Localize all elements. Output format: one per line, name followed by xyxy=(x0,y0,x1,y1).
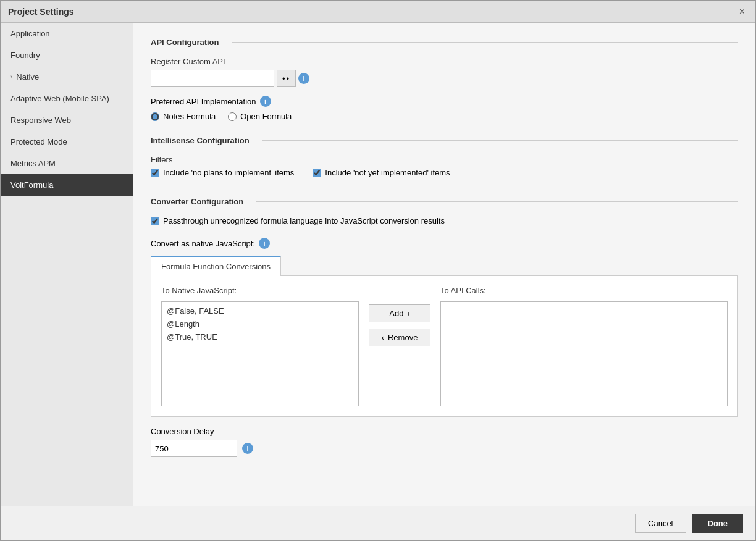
sidebar-item-foundry[interactable]: Foundry xyxy=(1,44,133,66)
api-calls-section: To API Calls: xyxy=(440,286,728,406)
add-button[interactable]: Add › xyxy=(369,304,430,322)
project-settings-dialog: Project Settings × Application Foundry ›… xyxy=(0,0,756,541)
sidebar-item-application[interactable]: Application xyxy=(1,23,133,44)
divider-line xyxy=(232,42,739,43)
tab-formula-function-conversions[interactable]: Formula Function Conversions xyxy=(151,256,281,276)
passthrough-label: Passthrough unrecognized formula languag… xyxy=(163,216,445,225)
dialog-title: Project Settings xyxy=(8,7,74,17)
remove-button[interactable]: ‹ Remove xyxy=(369,329,430,346)
sidebar-item-responsive-web[interactable]: Responsive Web xyxy=(1,109,133,131)
divider-line-3 xyxy=(256,201,738,202)
conversion-panel: To Native JavaScript: @False, FALSE @Len… xyxy=(161,286,728,406)
preferred-api-row: Preferred API Implementation i Notes For… xyxy=(151,96,738,121)
convert-as-label: Convert as native JavaScript: xyxy=(151,239,255,248)
sidebar: Application Foundry › Native Adaptive We… xyxy=(1,23,133,506)
sidebar-item-metrics-apm[interactable]: Metrics APM xyxy=(1,153,133,174)
tab-label: Formula Function Conversions xyxy=(161,262,271,271)
api-config-divider: API Configuration xyxy=(151,38,738,47)
dialog-body: Application Foundry › Native Adaptive We… xyxy=(1,23,755,506)
radio-open-formula[interactable]: Open Formula xyxy=(228,112,292,121)
preferred-api-label: Preferred API Implementation xyxy=(151,97,256,106)
radio-notes-formula[interactable]: Notes Formula xyxy=(151,112,216,121)
add-label: Add xyxy=(389,309,403,318)
intellisense-config-title: Intellisense Configuration xyxy=(151,136,256,145)
dialog-titlebar: Project Settings × xyxy=(1,1,755,23)
main-content: API Configuration Register Custom API ••… xyxy=(133,23,755,506)
convert-as-row: Convert as native JavaScript: i xyxy=(151,238,738,249)
cancel-button[interactable]: Cancel xyxy=(635,514,686,533)
intellisense-checkboxes: Include 'no plans to implement' items In… xyxy=(151,168,738,182)
register-custom-api-label: Register Custom API xyxy=(151,57,738,66)
divider-line-2 xyxy=(262,140,738,141)
conversion-delay-info-icon[interactable]: i xyxy=(242,443,253,454)
api-calls-list[interactable] xyxy=(440,301,728,406)
native-js-list[interactable]: @False, FALSE @Length @True, TRUE xyxy=(161,301,359,406)
sidebar-item-label: Application xyxy=(10,29,50,38)
api-config-title: API Configuration xyxy=(151,38,225,47)
converter-configuration-section: Converter Configuration Passthrough unre… xyxy=(151,197,738,457)
converter-divider: Converter Configuration xyxy=(151,197,738,206)
api-configuration-section: API Configuration Register Custom API ••… xyxy=(151,38,738,121)
passthrough-checkbox-label[interactable]: Passthrough unrecognized formula languag… xyxy=(151,216,445,225)
dialog-footer: Cancel Done xyxy=(1,506,755,540)
arrow-left-icon: ‹ xyxy=(382,333,384,342)
checkbox-not-yet-input[interactable] xyxy=(313,169,321,177)
radio-open-formula-input[interactable] xyxy=(228,112,237,121)
done-button[interactable]: Done xyxy=(692,514,744,533)
preferred-api-info-icon[interactable]: i xyxy=(260,96,271,107)
sidebar-item-protected-mode[interactable]: Protected Mode xyxy=(1,131,133,153)
radio-notes-formula-label: Notes Formula xyxy=(163,112,216,121)
checkbox-no-plans[interactable]: Include 'no plans to implement' items xyxy=(151,168,294,177)
sidebar-item-label: Protected Mode xyxy=(10,137,67,146)
intellisense-divider: Intellisense Configuration xyxy=(151,136,738,145)
conversion-buttons: Add › ‹ Remove xyxy=(369,286,430,346)
sidebar-item-adaptive-web[interactable]: Adaptive Web (Mobile SPA) xyxy=(1,88,133,109)
close-button[interactable]: × xyxy=(736,6,748,18)
api-calls-label: To API Calls: xyxy=(440,286,728,295)
sidebar-item-voltformula[interactable]: VoltFormula xyxy=(1,174,133,196)
remove-label: Remove xyxy=(388,333,418,342)
arrow-right-icon: › xyxy=(407,309,410,318)
chevron-right-icon: › xyxy=(10,73,12,80)
checkbox-no-plans-input[interactable] xyxy=(151,169,159,177)
passthrough-checkbox[interactable] xyxy=(151,217,159,225)
checkbox-not-yet-label: Include 'not yet implemented' items xyxy=(325,168,450,177)
register-api-info-icon[interactable]: i xyxy=(298,73,309,84)
native-js-label: To Native JavaScript: xyxy=(161,286,359,295)
sidebar-item-label: Responsive Web xyxy=(10,115,71,125)
converter-config-title: Converter Configuration xyxy=(151,197,250,206)
sidebar-item-label: Native xyxy=(16,72,39,82)
list-item[interactable]: @False, FALSE xyxy=(164,304,356,317)
tab-content-formula: To Native JavaScript: @False, FALSE @Len… xyxy=(151,276,738,417)
radio-open-formula-label: Open Formula xyxy=(240,112,292,121)
checkbox-no-plans-label: Include 'no plans to implement' items xyxy=(163,168,294,177)
conversion-delay-label: Conversion Delay xyxy=(151,427,253,436)
register-custom-api-input[interactable] xyxy=(151,70,274,87)
sidebar-item-label: Metrics APM xyxy=(10,159,56,168)
list-item[interactable]: @True, TRUE xyxy=(164,330,356,343)
preferred-api-radio-group: Notes Formula Open Formula xyxy=(151,112,738,121)
checkbox-not-yet[interactable]: Include 'not yet implemented' items xyxy=(313,168,450,177)
conversion-delay-row: Conversion Delay i xyxy=(151,427,738,457)
register-custom-api-input-group: •• i xyxy=(151,70,738,87)
filters-label: Filters xyxy=(151,155,738,164)
conversion-delay-input[interactable] xyxy=(151,440,237,457)
dots-button[interactable]: •• xyxy=(277,70,296,87)
passthrough-row: Passthrough unrecognized formula languag… xyxy=(151,216,738,230)
sidebar-item-native[interactable]: › Native xyxy=(1,66,133,88)
sidebar-item-label: VoltFormula xyxy=(10,180,53,190)
list-item[interactable]: @Length xyxy=(164,317,356,330)
register-custom-api-row: Register Custom API •• i xyxy=(151,57,738,87)
radio-notes-formula-input[interactable] xyxy=(151,112,159,121)
convert-as-info-icon[interactable]: i xyxy=(259,238,270,249)
tab-bar: Formula Function Conversions xyxy=(151,255,738,276)
native-js-section: To Native JavaScript: @False, FALSE @Len… xyxy=(161,286,359,406)
intellisense-configuration-section: Intellisense Configuration Filters Inclu… xyxy=(151,136,738,182)
sidebar-item-label: Foundry xyxy=(10,51,40,60)
preferred-api-label-row: Preferred API Implementation i xyxy=(151,96,738,107)
sidebar-item-label: Adaptive Web (Mobile SPA) xyxy=(10,94,109,103)
